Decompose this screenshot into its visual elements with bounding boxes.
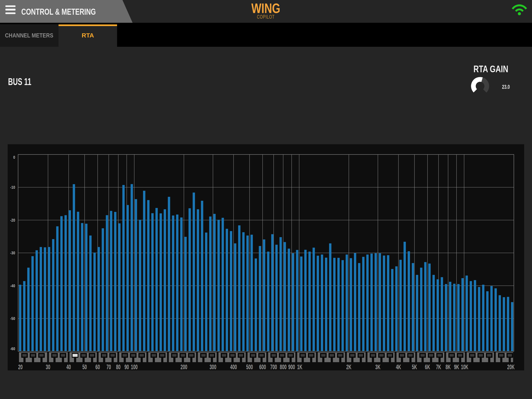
- svg-text:30: 30: [46, 363, 50, 370]
- svg-text:600: 600: [259, 363, 266, 370]
- svg-text:800: 800: [280, 363, 287, 370]
- svg-text:7K: 7K: [436, 363, 441, 370]
- svg-text:-50: -50: [10, 316, 15, 321]
- svg-text:40: 40: [66, 363, 71, 370]
- svg-text:2K: 2K: [346, 363, 351, 370]
- svg-text:8K: 8K: [446, 363, 451, 370]
- svg-text:70: 70: [107, 363, 111, 370]
- svg-text:900: 900: [288, 363, 295, 370]
- svg-text:-30: -30: [10, 251, 15, 255]
- svg-text:100: 100: [131, 363, 138, 370]
- svg-text:700: 700: [270, 363, 277, 370]
- svg-text:20K: 20K: [507, 363, 515, 370]
- svg-text:9K: 9K: [454, 363, 459, 370]
- svg-text:5K: 5K: [412, 363, 417, 370]
- svg-text:-10: -10: [10, 185, 15, 190]
- svg-text:6K: 6K: [425, 363, 430, 370]
- svg-text:90: 90: [125, 363, 129, 370]
- svg-text:-40: -40: [10, 283, 15, 288]
- svg-text:50: 50: [82, 363, 87, 370]
- svg-text:-60: -60: [10, 346, 15, 351]
- svg-text:500: 500: [246, 363, 253, 370]
- svg-text:4K: 4K: [396, 363, 401, 370]
- svg-text:1K: 1K: [297, 363, 302, 370]
- svg-text:80: 80: [116, 363, 120, 370]
- svg-text:300: 300: [209, 363, 216, 370]
- svg-text:0: 0: [13, 155, 15, 160]
- svg-text:200: 200: [181, 363, 187, 370]
- svg-text:60: 60: [95, 363, 100, 370]
- svg-text:10K: 10K: [461, 363, 468, 370]
- svg-text:20: 20: [18, 363, 23, 370]
- svg-text:3K: 3K: [375, 363, 380, 370]
- svg-text:-20: -20: [10, 218, 15, 222]
- svg-text:400: 400: [230, 363, 237, 370]
